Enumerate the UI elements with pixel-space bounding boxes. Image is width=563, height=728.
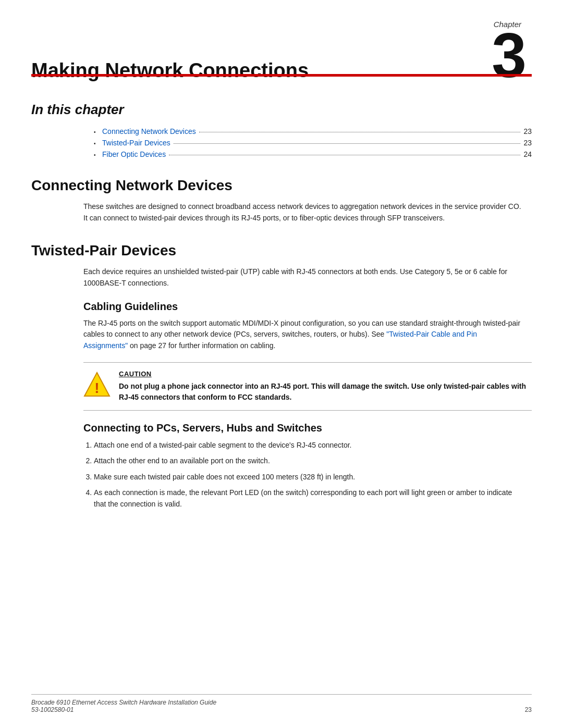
- footer-page-number: 23: [525, 706, 532, 713]
- step-1: Attach one end of a twisted-pair cable s…: [94, 439, 521, 451]
- connecting-pcs-heading: Connecting to PCs, Servers, Hubs and Swi…: [83, 422, 532, 434]
- caution-block: ! CAUTION Do not plug a phone jack conne…: [83, 362, 532, 411]
- chapter-title: Making Network Connections: [31, 60, 309, 82]
- caution-title: CAUTION: [119, 370, 532, 378]
- page: Chapter Making Network Connections 3 In …: [0, 0, 563, 728]
- caution-text: Do not plug a phone jack connector into …: [119, 381, 532, 403]
- toc-list: • Connecting Network Devices 23 • Twiste…: [94, 127, 532, 158]
- connecting-pcs-list: Attach one end of a twisted-pair cable s…: [94, 439, 521, 510]
- connecting-network-devices-body: These switches are designed to connect b…: [83, 201, 521, 224]
- toc-item-3: • Fiber Optic Devices 24: [94, 150, 532, 158]
- connecting-network-devices-heading: Connecting Network Devices: [31, 177, 532, 194]
- toc-item-1: • Connecting Network Devices 23: [94, 127, 532, 135]
- section-in-this-chapter: In this chapter • Connecting Network Dev…: [31, 102, 532, 158]
- toc-page-1: 23: [523, 127, 532, 135]
- toc-dots-1: [199, 132, 521, 132]
- red-rule: [31, 74, 532, 77]
- toc-bullet-3: •: [94, 152, 100, 158]
- toc-link-2[interactable]: Twisted-Pair Devices: [102, 139, 170, 147]
- footer: Brocade 6910 Ethernet Access Switch Hard…: [31, 694, 532, 713]
- twisted-pair-devices-body: Each device requires an unshielded twist…: [83, 266, 521, 289]
- in-this-chapter-heading: In this chapter: [31, 102, 532, 118]
- cabling-body-after-link: on page 27 for further information on ca…: [128, 341, 275, 350]
- twisted-pair-devices-heading: Twisted-Pair Devices: [31, 242, 532, 259]
- toc-dots-2: [174, 143, 521, 144]
- caution-icon: !: [83, 371, 111, 398]
- footer-left: Brocade 6910 Ethernet Access Switch Hard…: [31, 699, 216, 713]
- toc-page-2: 23: [523, 139, 532, 147]
- toc-item-2: • Twisted-Pair Devices 23: [94, 139, 532, 147]
- toc-link-1[interactable]: Connecting Network Devices: [102, 127, 196, 135]
- svg-text:!: !: [94, 380, 99, 396]
- footer-doc-number: 53-1002580-01: [31, 706, 216, 713]
- step-2: Attach the other end to an available por…: [94, 455, 521, 466]
- caution-content: CAUTION Do not plug a phone jack connect…: [119, 370, 532, 403]
- toc-bullet-2: •: [94, 141, 100, 146]
- toc-link-3[interactable]: Fiber Optic Devices: [102, 150, 166, 158]
- step-4: As each connection is made, the relevant…: [94, 487, 521, 510]
- toc-dots-3: [169, 155, 520, 155]
- step-3: Make sure each twisted pair cable does n…: [94, 471, 521, 483]
- cabling-guidelines-heading: Cabling Guidelines: [83, 301, 532, 313]
- footer-title: Brocade 6910 Ethernet Access Switch Hard…: [31, 699, 216, 706]
- main-content: In this chapter • Connecting Network Dev…: [31, 86, 532, 514]
- cabling-guidelines-body: The RJ-45 ports on the switch support au…: [83, 318, 521, 352]
- toc-page-3: 24: [523, 150, 532, 158]
- toc-bullet-1: •: [94, 129, 100, 135]
